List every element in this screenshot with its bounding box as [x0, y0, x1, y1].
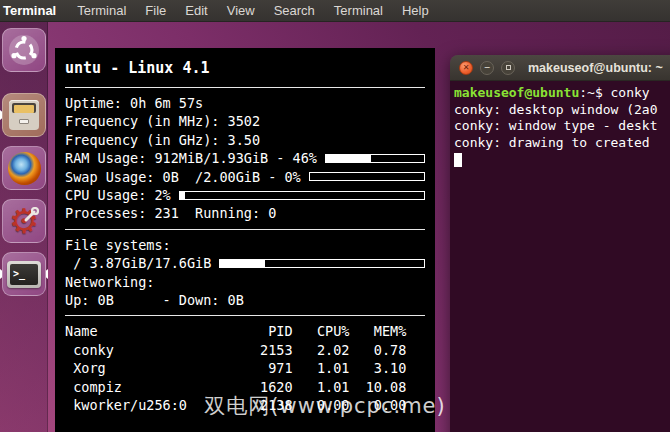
menu-item-help[interactable]: Help	[402, 3, 429, 18]
terminal-window-title: makeuseof@ubuntu: ~	[528, 61, 663, 75]
system-settings-icon: ⚙	[5, 202, 43, 240]
terminal-command: conky	[611, 85, 650, 100]
conky-swap-row: Swap Usage: 0B /2.00GiB - 0%	[65, 168, 425, 186]
conky-cpu-row: CPU Usage: 2%	[65, 186, 425, 204]
conky-net-updown: Up: 0B - Down: 0B	[65, 291, 425, 309]
divider	[65, 315, 425, 316]
maximize-button[interactable]	[501, 61, 515, 75]
launcher-item-firefox[interactable]	[2, 146, 46, 190]
firefox-icon	[8, 152, 41, 185]
process-table-row: conky 2153 2.02 0.78	[65, 341, 425, 359]
menu-item-file[interactable]: File	[145, 3, 166, 18]
menu-item-terminal-app[interactable]: Terminal	[77, 3, 126, 18]
conky-fs-row: / 3.87GiB/17.6GiB	[65, 254, 425, 272]
filesystem-usage-bar	[219, 259, 425, 268]
launcher-item-dash[interactable]	[2, 28, 46, 72]
terminal-output-line: conky: drawing to created	[454, 135, 670, 152]
launcher-item-settings[interactable]: ⚙	[2, 199, 46, 243]
wrench-icon	[23, 207, 39, 223]
process-table-row: compiz 1620 1.01 10.08	[65, 378, 425, 396]
terminal-body[interactable]: makeuseof@ubuntu:~$ conky conky: desktop…	[450, 81, 670, 432]
conky-fs-label: / 3.87GiB/17.6GiB	[65, 254, 211, 272]
top-menu-bar: Terminal Terminal File Edit View Search …	[0, 0, 670, 22]
divider	[65, 87, 425, 88]
launcher-item-files[interactable]	[2, 93, 46, 137]
process-table-row: Xorg 971 1.01 3.10	[65, 359, 425, 377]
conky-freq-ghz: Frequency (in GHz): 3.50	[65, 131, 425, 149]
minimize-button[interactable]: −	[480, 61, 494, 75]
terminal-prompt-line: makeuseof@ubuntu:~$ conky	[454, 85, 670, 102]
ubuntu-dash-icon	[6, 32, 42, 68]
menu-item-view[interactable]: View	[227, 3, 255, 18]
ram-usage-bar	[325, 154, 425, 163]
close-button[interactable]: ✕	[459, 61, 473, 75]
menubar-app-title: Terminal	[3, 3, 56, 18]
terminal-output-line: conky: desktop window (2a0	[454, 102, 670, 119]
unity-launcher: ⚙ >_	[0, 22, 48, 432]
terminal-titlebar[interactable]: ✕ − makeuseof@ubuntu: ~	[450, 55, 670, 81]
menu-item-search[interactable]: Search	[274, 3, 315, 18]
menu-item-edit[interactable]: Edit	[185, 3, 207, 18]
menu-item-terminal[interactable]: Terminal	[334, 3, 383, 18]
files-icon	[9, 100, 39, 130]
conky-cpu-label: CPU Usage: 2%	[65, 186, 171, 204]
conky-processes: Processes: 231 Running: 0	[65, 204, 425, 222]
conky-fs-header: File systems:	[65, 236, 425, 254]
cpu-usage-bar	[179, 191, 425, 200]
conky-os-title: untu - Linux 4.1	[65, 56, 425, 81]
conky-freq-mhz: Frequency (in MHz): 3502	[65, 112, 425, 130]
swap-usage-bar	[309, 172, 425, 181]
terminal-window: ✕ − makeuseof@ubuntu: ~ makeuseof@ubuntu…	[450, 55, 670, 432]
terminal-cursor	[454, 153, 462, 167]
process-table-row: kworker/u256:0 2138 0.00 0.00	[65, 396, 425, 414]
desktop-background: Terminal Terminal File Edit View Search …	[0, 0, 670, 432]
terminal-prompt: makeuseof@ubuntu	[454, 85, 579, 100]
divider	[65, 229, 425, 230]
terminal-output-line: conky: window type - deskt	[454, 118, 670, 135]
conky-uptime: Uptime: 0h 6m 57s	[65, 94, 425, 112]
conky-net-header: Networking:	[65, 273, 425, 291]
conky-swap-label: Swap Usage: 0B /2.00GiB - 0%	[65, 168, 301, 186]
terminal-icon: >_	[7, 261, 41, 288]
conky-ram-label: RAM Usage: 912MiB/1.93GiB - 46%	[65, 149, 317, 167]
process-table-header: Name PID CPU% MEM%	[65, 322, 425, 340]
conky-widget: untu - Linux 4.1 Uptime: 0h 6m 57s Frequ…	[55, 48, 435, 432]
conky-ram-row: RAM Usage: 912MiB/1.93GiB - 46%	[65, 149, 425, 167]
launcher-item-terminal[interactable]: >_	[2, 252, 46, 296]
